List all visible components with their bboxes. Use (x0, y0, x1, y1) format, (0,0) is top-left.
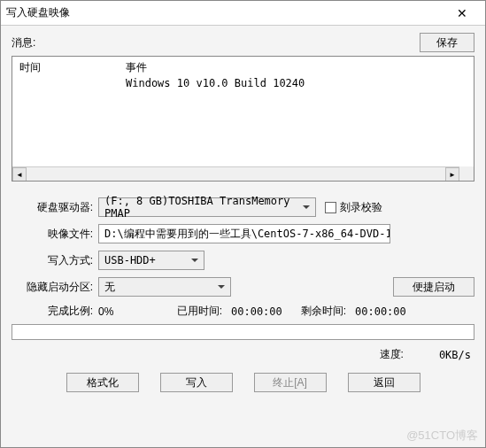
elapsed-value: 00:00:00 (222, 305, 284, 318)
write-mode-label: 写入方式: (12, 253, 98, 268)
drive-select[interactable]: (F:, 8 GB)TOSHIBA TransMemory PMAP (98, 197, 316, 217)
write-mode-row: 写入方式: USB-HDD+ (12, 251, 474, 270)
elapsed-label: 已用时间: (160, 304, 222, 319)
drive-row: 硬盘驱动器: (F:, 8 GB)TOSHIBA TransMemory PMA… (12, 197, 474, 217)
drive-value: (F:, 8 GB)TOSHIBA TransMemory PMAP (104, 195, 299, 220)
titlebar: 写入硬盘映像 ✕ (1, 1, 485, 26)
save-button[interactable]: 保存 (420, 33, 474, 52)
hide-partition-value: 无 (104, 280, 115, 295)
watermark: @51CTO博客 (406, 428, 478, 444)
hide-partition-row: 隐藏启动分区: 无 便捷启动 (12, 277, 474, 297)
image-file-field[interactable]: D:\编程中需要用到的一些工具\CentOS-7-x86_64-DVD-1511… (98, 224, 390, 243)
log-event-cell: Windows 10 v10.0 Build 10240 (126, 77, 305, 89)
content-area: 消息: 保存 时间 事件 Windows 10 v10.0 Build 1024… (1, 26, 485, 399)
close-button[interactable]: ✕ (444, 1, 480, 26)
scroll-right-icon[interactable]: ► (445, 167, 459, 182)
log-row: Windows 10 v10.0 Build 10240 (19, 77, 467, 89)
button-row: 格式化 写入 终止[A] 返回 (12, 373, 474, 392)
message-label: 消息: (12, 35, 420, 50)
checkbox-icon (325, 202, 336, 213)
speed-label: 速度: (380, 347, 404, 362)
image-row: 映像文件: D:\编程中需要用到的一些工具\CentOS-7-x86_64-DV… (12, 224, 474, 243)
horizontal-scrollbar[interactable]: ◄ ► (12, 166, 459, 181)
close-icon: ✕ (457, 6, 467, 20)
window-title: 写入硬盘映像 (6, 5, 444, 20)
speed-row: 速度: 0KB/s (12, 347, 474, 362)
hide-partition-label: 隐藏启动分区: (12, 280, 98, 295)
drive-label: 硬盘驱动器: (12, 200, 98, 215)
write-mode-select[interactable]: USB-HDD+ (98, 251, 204, 270)
image-label: 映像文件: (12, 227, 98, 242)
speed-value: 0KB/s (439, 349, 471, 361)
back-button[interactable]: 返回 (348, 373, 420, 392)
done-label: 完成比例: (12, 304, 98, 319)
write-mode-value: USB-HDD+ (104, 254, 156, 266)
hide-partition-select[interactable]: 无 (98, 277, 231, 297)
write-button[interactable]: 写入 (160, 373, 233, 392)
log-time-cell (19, 77, 126, 89)
remain-value: 00:00:00 (346, 305, 406, 318)
message-row: 消息: 保存 (12, 33, 474, 52)
format-button[interactable]: 格式化 (66, 373, 139, 392)
abort-button[interactable]: 终止[A] (254, 373, 327, 392)
verify-label: 刻录校验 (340, 200, 382, 215)
log-box: 时间 事件 Windows 10 v10.0 Build 10240 ◄ ► (12, 56, 474, 182)
remain-label: 剩余时间: (284, 304, 346, 319)
done-value: 0% (98, 305, 160, 318)
convenient-boot-button[interactable]: 便捷启动 (393, 277, 474, 297)
verify-checkbox[interactable]: 刻录校验 (325, 200, 382, 215)
log-col-time: 时间 (19, 60, 126, 75)
stats-row: 完成比例: 0% 已用时间: 00:00:00 剩余时间: 00:00:00 (12, 304, 474, 319)
dialog-window: 写入硬盘映像 ✕ 消息: 保存 时间 事件 Windows 10 v10.0 B… (0, 0, 486, 448)
scroll-left-icon[interactable]: ◄ (12, 167, 27, 182)
log-col-event: 事件 (126, 60, 147, 75)
scroll-track[interactable] (27, 167, 445, 181)
image-file-value: D:\编程中需要用到的一些工具\CentOS-7-x86_64-DVD-1511… (104, 227, 390, 242)
form-area: 硬盘驱动器: (F:, 8 GB)TOSHIBA TransMemory PMA… (12, 197, 474, 392)
progress-bar (12, 324, 474, 340)
log-header: 时间 事件 (19, 60, 467, 75)
scroll-corner (459, 166, 474, 181)
log-content: 时间 事件 Windows 10 v10.0 Build 10240 (12, 57, 474, 95)
